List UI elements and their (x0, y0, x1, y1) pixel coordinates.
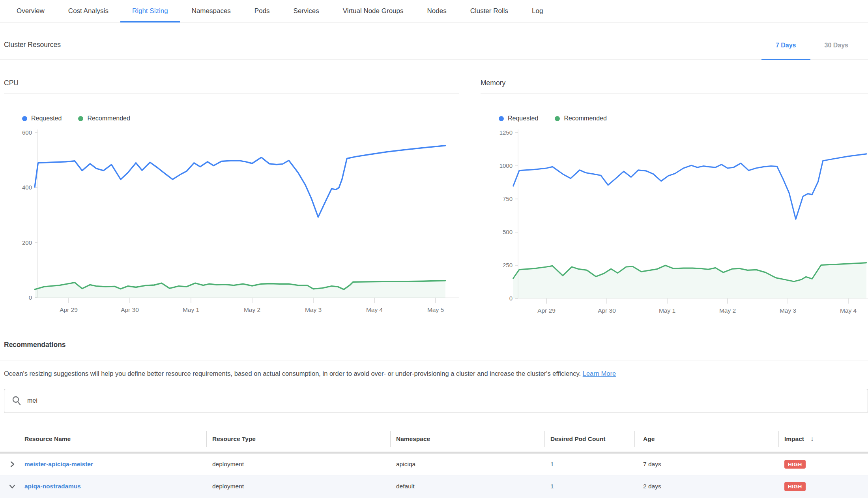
tab-log[interactable]: Log (520, 0, 555, 22)
tab-cluster-rolls[interactable]: Cluster Rolls (458, 0, 520, 22)
recommendations-table: Resource Name Resource Type Namespace De… (0, 426, 868, 498)
tab-overview[interactable]: Overview (5, 0, 56, 22)
recommendations-description: Ocean's resizing suggestions will help y… (0, 369, 868, 379)
svg-text:750: 750 (503, 195, 513, 202)
search-input[interactable] (27, 397, 868, 404)
age-cell: 7 days (634, 461, 778, 468)
cluster-resources-header: Cluster Resources 7 Days 30 Days (0, 23, 868, 60)
learn-more-link[interactable]: Learn More (583, 370, 616, 377)
tab-services[interactable]: Services (282, 0, 331, 22)
svg-text:May 5: May 5 (427, 306, 444, 313)
cpu-line-chart: 0200400600Apr 29Apr 30May 1May 2May 3May… (4, 127, 459, 317)
tab-right-sizing[interactable]: Right Sizing (120, 0, 180, 22)
legend-recommended: Recommended (78, 115, 130, 122)
svg-text:600: 600 (22, 129, 32, 136)
cpu-chart-panel: CPU Requested Recommended 0200400600Apr … (4, 60, 459, 317)
legend-recommended-label: Recommended (87, 115, 130, 122)
memory-chart-panel: Memory Requested Recommended 02505007501… (481, 60, 868, 317)
legend-requested: Requested (499, 115, 538, 122)
cpu-chart-title: CPU (4, 79, 459, 94)
svg-text:Apr 30: Apr 30 (598, 307, 616, 314)
svg-text:Apr 29: Apr 29 (537, 307, 556, 314)
resource-type-cell: deployment (206, 483, 390, 490)
age-cell: 2 days (634, 483, 778, 490)
svg-text:May 4: May 4 (366, 306, 383, 313)
resource-name-link[interactable]: apiqa-nostradamus (24, 483, 81, 490)
tab-nodes[interactable]: Nodes (415, 0, 458, 22)
recommendations-title: Recommendations (0, 341, 868, 349)
svg-text:May 4: May 4 (840, 307, 857, 314)
table-row[interactable]: meister-apiciqa-meister deployment apici… (0, 454, 868, 475)
column-header-desired-pod-count[interactable]: Desired Pod Count (544, 426, 634, 452)
cpu-chart-legend: Requested Recommended (22, 115, 459, 122)
svg-text:May 3: May 3 (780, 307, 796, 314)
impact-high-badge: HIGH (784, 460, 806, 469)
cluster-resources-title: Cluster Resources (4, 41, 61, 59)
legend-requested-label: Requested (508, 115, 538, 122)
svg-text:400: 400 (22, 184, 32, 191)
period-toggle: 7 Days 30 Days (761, 23, 862, 59)
resource-type-cell: deployment (206, 461, 390, 468)
period-7-days[interactable]: 7 Days (761, 42, 810, 59)
memory-chart-legend: Requested Recommended (499, 115, 868, 122)
svg-text:May 3: May 3 (305, 306, 322, 313)
resource-name-link[interactable]: meister-apiciqa-meister (24, 461, 93, 468)
svg-text:1000: 1000 (499, 162, 513, 169)
svg-text:500: 500 (503, 229, 513, 235)
requested-dot-icon (499, 116, 504, 121)
desired-pod-count-cell: 1 (544, 461, 634, 468)
recommended-dot-icon (78, 116, 83, 121)
requested-dot-icon (22, 116, 27, 121)
memory-line-chart: 025050075010001250Apr 29Apr 30May 1May 2… (481, 127, 868, 317)
column-header-namespace[interactable]: Namespace (390, 426, 544, 452)
svg-text:Apr 29: Apr 29 (60, 306, 78, 313)
recommended-dot-icon (555, 116, 560, 121)
sort-descending-icon[interactable]: ↓ (810, 435, 814, 443)
chevron-down-icon[interactable] (0, 483, 24, 490)
impact-high-badge: HIGH (784, 482, 806, 491)
legend-recommended: Recommended (555, 115, 607, 122)
recommendations-description-text: Ocean's resizing suggestions will help y… (4, 370, 583, 377)
namespace-cell: apiciqa (390, 461, 544, 468)
tab-cost-analysis[interactable]: Cost Analysis (56, 0, 120, 22)
svg-text:May 1: May 1 (659, 307, 675, 314)
namespace-cell: default (390, 483, 544, 490)
charts-row: CPU Requested Recommended 0200400600Apr … (0, 60, 868, 317)
tab-pods[interactable]: Pods (243, 0, 282, 22)
svg-text:1250: 1250 (499, 129, 513, 136)
table-row-expanded[interactable]: apiqa-nostradamus deployment default 1 2… (0, 475, 868, 498)
svg-text:0: 0 (509, 295, 513, 302)
tab-namespaces[interactable]: Namespaces (180, 0, 243, 22)
svg-text:200: 200 (22, 239, 32, 246)
search-icon (11, 396, 22, 406)
tab-virtual-node-groups[interactable]: Virtual Node Groups (331, 0, 415, 22)
column-header-impact[interactable]: Impact ↓ (778, 426, 868, 452)
svg-text:May 2: May 2 (719, 307, 736, 314)
svg-text:Apr 30: Apr 30 (121, 306, 139, 313)
legend-requested-label: Requested (31, 115, 62, 122)
legend-requested: Requested (22, 115, 62, 122)
impact-header-label: Impact (784, 435, 804, 443)
svg-text:250: 250 (503, 262, 513, 268)
memory-chart-title: Memory (481, 79, 868, 94)
chevron-right-icon[interactable] (0, 461, 24, 467)
column-header-resource-type[interactable]: Resource Type (206, 426, 390, 452)
legend-recommended-label: Recommended (564, 115, 607, 122)
table-header-row: Resource Name Resource Type Namespace De… (0, 426, 868, 452)
column-header-age[interactable]: Age (634, 426, 778, 452)
resource-search-box (4, 389, 868, 413)
column-header-resource-name[interactable]: Resource Name (0, 426, 206, 452)
svg-text:May 1: May 1 (183, 306, 199, 313)
svg-text:0: 0 (29, 294, 32, 301)
svg-text:May 2: May 2 (244, 306, 260, 313)
desired-pod-count-cell: 1 (544, 483, 634, 490)
top-tab-bar: Overview Cost Analysis Right Sizing Name… (0, 0, 868, 23)
recommendations-divider (0, 360, 868, 360)
period-30-days[interactable]: 30 Days (810, 42, 863, 59)
